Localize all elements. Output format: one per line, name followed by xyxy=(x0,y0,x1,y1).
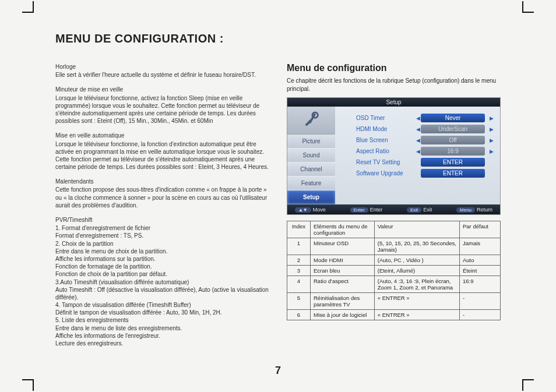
osd-option-value: ENTER xyxy=(421,158,485,167)
sec-line: Définit le tampon de visualisation diffé… xyxy=(55,309,269,316)
table-cell: - xyxy=(460,310,501,320)
sec-line: 2. Choix de la partition xyxy=(55,240,269,248)
table-row: 3Ecran bleu(Eteint, Allumé)Éteint xyxy=(287,266,501,276)
osd-option-label: Software Upgrade xyxy=(341,170,415,176)
table-cell: Mode HDMI xyxy=(311,255,375,266)
table-row: 4Ratio d'aspect(Auto, 4 :3, 16 :9, Plein… xyxy=(287,276,501,293)
sec-line: 5. Liste des enregistrements xyxy=(55,316,269,324)
caret-right-icon: ▶ xyxy=(488,137,494,143)
osd-option-row[interactable]: Blue Screen◀Off▶ xyxy=(341,136,494,144)
osd-menu-feature[interactable]: Feature xyxy=(287,176,335,190)
osd-option-row[interactable]: Aspect Ratio◀16:9▶ xyxy=(341,147,494,156)
caret-left-icon: ◀ xyxy=(415,137,421,143)
osd-option-value: ENTER xyxy=(421,169,485,178)
table-cell: « ENTRER » xyxy=(374,310,459,320)
table-cell: - xyxy=(460,293,501,310)
table-row: 5Réinitialisation des paramètres TV« ENT… xyxy=(287,293,501,310)
osd-option-value: Never xyxy=(421,114,485,122)
osd-menu-setup[interactable]: Setup xyxy=(287,190,335,204)
sec-body: Elle sert à vérifier l'heure actuelle du… xyxy=(55,71,269,79)
sec-head: Minuteur de mise en veille xyxy=(55,86,269,93)
foot-return: Return xyxy=(477,207,492,213)
sec-line: Affiche les informations de l'enregistre… xyxy=(55,332,269,340)
osd-option-label: Reset TV Setting xyxy=(341,159,415,165)
table-cell: Ecran bleu xyxy=(311,266,375,276)
sec-line: Format d'enregistrement : TS, PS. xyxy=(55,232,269,239)
return-pill: Menu xyxy=(456,207,475,213)
sec-line: Fonction de formatage de la partition. xyxy=(55,263,269,270)
table-cell: Auto xyxy=(460,255,501,266)
sec-line: Auto Timeshift : Off (désactive la visua… xyxy=(55,286,269,301)
table-cell: 4 xyxy=(287,276,311,293)
osd-option-row[interactable]: Reset TV SettingENTER xyxy=(341,158,494,167)
table-cell: (Auto, 4 :3, 16 :9, Plein écran, Zoom 1,… xyxy=(374,276,459,293)
osd-option-value: UnderScan xyxy=(421,125,485,133)
table-cell: 3 xyxy=(287,266,311,276)
table-cell: Jamais xyxy=(460,238,501,255)
table-row: 2Mode HDMI(Auto, PC , Vidéo )Auto xyxy=(287,255,501,266)
sec-line: 3.Auto Timeshift (visualisation différée… xyxy=(55,278,269,286)
osd-option-label: Blue Screen xyxy=(341,137,415,143)
osd-footer: ▲▼Move EnterEnter ExitExit MenuReturn xyxy=(287,204,500,214)
osd-option-label: OSD Timer xyxy=(341,115,415,121)
sec-line: Affiche les informations sur la partitio… xyxy=(55,255,269,263)
table-cell: 16:9 xyxy=(460,276,501,293)
sec-head: Malentendants xyxy=(55,178,269,185)
table-cell: « ENTRER » xyxy=(374,293,459,310)
table-cell: 2 xyxy=(287,255,311,266)
caret-right-icon: ▶ xyxy=(488,126,494,132)
table-cell: Ratio d'aspect xyxy=(311,276,375,293)
sec-body: Cette fonction propose des sous-titres d… xyxy=(55,186,269,209)
section-subtitle: Menu de configuration xyxy=(287,63,501,73)
caret-left-icon: ◀ xyxy=(415,115,421,121)
table-cell: Mise à jour de logiciel xyxy=(311,310,375,320)
sec-line: Lecture des enregistreurs. xyxy=(55,340,269,347)
osd-option-label: Aspect Ratio xyxy=(341,148,415,154)
caret-right-icon: ▶ xyxy=(488,115,494,121)
table-cell: 6 xyxy=(287,310,311,320)
osd-option-label: HDMI Mode xyxy=(341,126,415,132)
osd-menu-sound[interactable]: Sound xyxy=(287,149,335,163)
foot-move: Move xyxy=(313,207,326,213)
osd-option-value: 16:9 xyxy=(421,147,485,156)
page-number: 7 xyxy=(0,365,556,377)
sec-line: 4. Tampon de visualisation différée (Tim… xyxy=(55,301,269,309)
foot-exit: Exit xyxy=(423,207,432,213)
sec-head: PVR/Timeshift xyxy=(55,216,269,224)
caret-right-icon: ▶ xyxy=(488,149,494,154)
foot-enter: Enter xyxy=(370,207,383,213)
caret-left-icon: ◀ xyxy=(415,149,421,154)
sec-head: Horloge xyxy=(55,63,269,70)
osd-option-row[interactable]: Software UpgradeENTER xyxy=(341,169,494,178)
osd-option-value: Off xyxy=(421,136,485,144)
table-cell: 5 xyxy=(287,293,311,310)
osd-option-row[interactable]: OSD Timer◀Never▶ xyxy=(341,114,494,122)
sec-head: Mise en veille automatique xyxy=(55,132,269,139)
table-cell: Minuteur OSD xyxy=(311,238,375,255)
sec-body: Lorsque le téléviseur fonctionne, la fon… xyxy=(55,140,269,171)
tools-icon xyxy=(287,107,335,135)
config-table: IndexEléments du menu de configurationVa… xyxy=(287,221,501,320)
left-column: HorlogeElle sert à vérifier l'heure actu… xyxy=(55,63,269,354)
move-pill: ▲▼ xyxy=(295,207,311,213)
page-title: MENU DE CONFIGURATION : xyxy=(55,32,501,45)
osd-menu-channel[interactable]: Channel xyxy=(287,163,335,176)
table-cell: 1 xyxy=(287,238,311,255)
enter-pill: Enter xyxy=(350,207,368,213)
sec-line: Entre dans le menu de choix de la partit… xyxy=(55,248,269,255)
exit-pill: Exit xyxy=(407,207,421,213)
table-cell: (Eteint, Allumé) xyxy=(374,266,459,276)
table-cell: (5, 10, 15, 20, 25, 30 Secondes, Jamais) xyxy=(374,238,459,255)
table-row: 6Mise à jour de logiciel« ENTRER »- xyxy=(287,310,501,320)
table-row: 1Minuteur OSD(5, 10, 15, 20, 25, 30 Seco… xyxy=(287,238,501,255)
table-header: Eléments du menu de configuration xyxy=(311,221,375,238)
table-header: Index xyxy=(287,221,311,238)
osd-title: Setup xyxy=(287,98,500,107)
osd-menu-picture[interactable]: Picture xyxy=(287,135,335,149)
table-cell: Réinitialisation des paramètres TV xyxy=(311,293,375,310)
sec-line: Entre dans le menu de liste des enregist… xyxy=(55,324,269,332)
osd-option-row[interactable]: HDMI Mode◀UnderScan▶ xyxy=(341,125,494,133)
table-cell: Éteint xyxy=(460,266,501,276)
sec-line: 1. Format d'enregistrement de fichier xyxy=(55,224,269,232)
sec-body: Lorsque le téléviseur fonctionne, active… xyxy=(55,94,269,125)
